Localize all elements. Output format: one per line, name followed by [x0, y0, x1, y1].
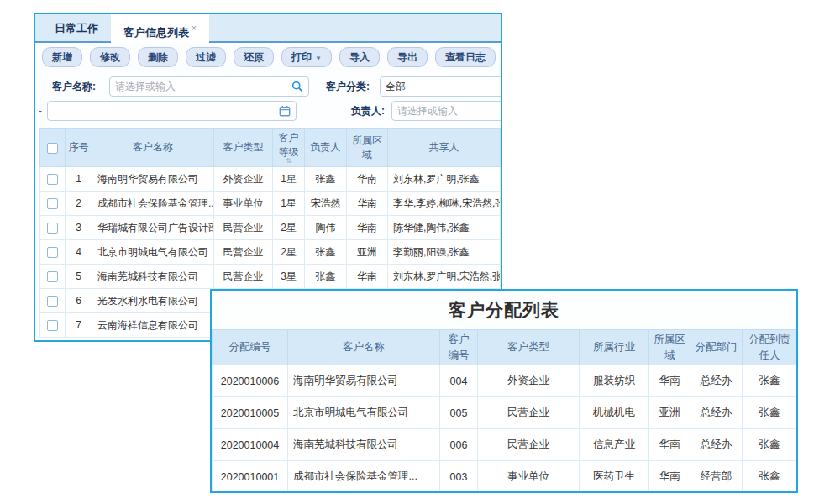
cell-cust-no: 004: [440, 365, 478, 397]
row-checkbox[interactable]: [47, 223, 58, 234]
add-button[interactable]: 新增: [42, 47, 82, 67]
cell-shared: 陈华健,陶伟,张鑫: [388, 216, 501, 240]
alloc-no-link[interactable]: 2020010005: [213, 397, 288, 429]
assignee-link[interactable]: 张鑫: [743, 429, 797, 461]
cell-industry: 机械机电: [580, 397, 649, 429]
customer-allocation-window: 客户分配列表 分配编号 客户名称 客户编号 客户类型 所属行业 所属区域 分配部…: [210, 289, 798, 493]
cell-dept: 总经办: [690, 397, 743, 429]
close-icon[interactable]: ×: [192, 24, 197, 33]
assignee-link[interactable]: 张鑫: [743, 461, 797, 493]
customer-category-value: 全部: [386, 80, 502, 94]
customer-name-link[interactable]: 云南海祥信息有限公司: [92, 313, 214, 338]
cell-cust-no: 003: [440, 461, 478, 493]
table-row: 2020010004 海南芜城科技有限公司 006 民营企业 信息产业 华南 总…: [213, 429, 797, 461]
select-all-cell: [40, 129, 66, 167]
cell-industry: 服装纺织: [580, 365, 649, 397]
customer-name-link[interactable]: 海南芜城科技有限公司: [288, 429, 440, 461]
tab-bar: 日常工作 客户信息列表×: [35, 14, 501, 43]
header-customer-level-label: 客户等级: [279, 132, 299, 157]
cell-industry: 信息产业: [580, 429, 649, 461]
customer-name-link[interactable]: 北京市明城电气有限公司: [288, 397, 440, 429]
toolbar: 新增 修改 删除 过滤 还原 打印▼ 导入 导出 查看日志: [35, 43, 501, 71]
cell-shared: 刘东林,罗广明,张鑫: [388, 167, 501, 192]
chevron-down-icon: ▼: [315, 55, 322, 62]
cell-cust-no: 006: [440, 429, 478, 461]
date-range-separator: -: [39, 101, 42, 121]
table-row: 1 海南明华贸易有限公司 外资企业 1星 张鑫 华南 刘东林,罗广明,张鑫: [40, 167, 501, 192]
date-input[interactable]: [47, 101, 297, 121]
customer-name-link[interactable]: 海南明华贸易有限公司: [92, 167, 214, 192]
assignee-link[interactable]: 张鑫: [743, 397, 797, 429]
delete-button[interactable]: 删除: [138, 47, 178, 67]
row-checkbox[interactable]: [47, 247, 58, 258]
import-button[interactable]: 导入: [339, 47, 380, 67]
export-button[interactable]: 导出: [387, 47, 428, 67]
table-row: 3 华瑞城有限公司广告设计部 民营企业 2星 陶伟 华南 陈华健,陶伟,张鑫: [40, 216, 501, 240]
customer-name-link[interactable]: 海南芜城科技有限公司: [92, 265, 214, 289]
search-icon[interactable]: [291, 81, 303, 92]
customer-name-placeholder: 请选择或输入: [115, 80, 291, 94]
customer-name-link[interactable]: 北京市明城电气有限公司: [92, 240, 214, 265]
allocation-table: 分配编号 客户名称 客户编号 客户类型 所属行业 所属区域 分配部门 分配到责任…: [212, 329, 797, 493]
owner-link[interactable]: 张鑫: [305, 240, 347, 265]
table-row: 2020010005 北京市明城电气有限公司 005 民营企业 机械机电 亚洲 …: [213, 397, 797, 429]
alloc-no-link[interactable]: 2020010004: [213, 429, 288, 461]
cell-shared: 李华,李婷,柳琳,宋浩然,张鑫: [388, 192, 501, 216]
owner-link[interactable]: 张鑫: [305, 167, 347, 192]
row-checkbox[interactable]: [47, 320, 58, 331]
row-checkbox[interactable]: [47, 296, 58, 307]
header-customer-level: 客户等级 ⇅: [273, 129, 305, 167]
customer-name-input[interactable]: 请选择或输入: [109, 76, 309, 97]
print-button[interactable]: 打印▼: [281, 47, 332, 67]
header-customer-type: 客户类型: [214, 129, 273, 167]
filter-button[interactable]: 过滤: [186, 47, 226, 67]
cell-level: 1星: [273, 192, 305, 216]
cell-shared: 刘东林,罗广明,宋浩然,张鑫: [388, 265, 501, 289]
owner-link[interactable]: 陶伟: [305, 216, 347, 240]
cell-type: 事业单位: [478, 461, 580, 493]
alloc-no-link[interactable]: 2020010006: [213, 365, 288, 397]
desktop-canvas: 日常工作 客户信息列表× 新增 修改 删除 过滤 还原 打印▼ 导入 导出 查看…: [0, 0, 840, 504]
cell-seq: 3: [66, 216, 92, 240]
customer-name-link[interactable]: 华瑞城有限公司广告设计部: [92, 216, 214, 240]
cell-region: 华南: [649, 461, 690, 493]
header-customer-name: 客户名称: [92, 129, 214, 167]
cell-region: 华南: [347, 192, 388, 216]
customer-name-link[interactable]: 光发水利水电有限公司: [92, 289, 214, 313]
header-cust-no: 客户编号: [440, 330, 478, 365]
customer-name-link[interactable]: 海南明华贸易有限公司: [288, 365, 440, 397]
customer-name-link[interactable]: 成都市社会保险基金管理...: [288, 461, 440, 493]
select-all-checkbox[interactable]: [47, 143, 58, 154]
edit-button[interactable]: 修改: [90, 47, 130, 67]
header-region: 所属区域: [649, 330, 690, 365]
cell-seq: 6: [66, 289, 92, 313]
sort-icon[interactable]: ⇅: [275, 159, 302, 164]
allocation-header-row: 分配编号 客户名称 客户编号 客户类型 所属行业 所属区域 分配部门 分配到责任…: [213, 330, 797, 365]
alloc-no-link[interactable]: 2020010001: [213, 461, 288, 493]
cell-dept: 总经办: [690, 365, 743, 397]
row-checkbox[interactable]: [47, 198, 58, 209]
table-row: 2 成都市社会保险基金管理... 事业单位 1星 宋浩然 华南 李华,李婷,柳琳…: [40, 192, 501, 216]
owner-input[interactable]: 请选择或输入: [391, 101, 502, 121]
restore-button[interactable]: 还原: [234, 47, 274, 67]
calendar-icon[interactable]: [279, 105, 291, 117]
customer-name-link[interactable]: 成都市社会保险基金管理...: [92, 192, 214, 216]
tab-daily-work[interactable]: 日常工作: [42, 14, 111, 43]
owner-link[interactable]: 宋浩然: [305, 192, 347, 216]
row-checkbox[interactable]: [47, 271, 58, 282]
row-checkbox[interactable]: [47, 174, 58, 185]
cell-type: 民营企业: [214, 240, 273, 265]
cell-level: 3星: [273, 265, 305, 289]
cell-dept: 经营部: [690, 461, 743, 493]
cell-region: 华南: [649, 365, 690, 397]
header-shared: 共享人: [388, 129, 501, 167]
owner-link[interactable]: 张鑫: [305, 265, 347, 289]
cell-seq: 7: [66, 313, 92, 338]
customer-name-label: 客户名称:: [52, 76, 96, 97]
view-log-button[interactable]: 查看日志: [435, 47, 496, 67]
cell-region: 亚洲: [649, 397, 690, 429]
assignee-link[interactable]: 张鑫: [743, 365, 797, 397]
tab-customer-info-list[interactable]: 客户信息列表×: [111, 14, 209, 43]
header-alloc-no: 分配编号: [213, 330, 288, 365]
customer-category-select[interactable]: 全部: [380, 76, 502, 97]
